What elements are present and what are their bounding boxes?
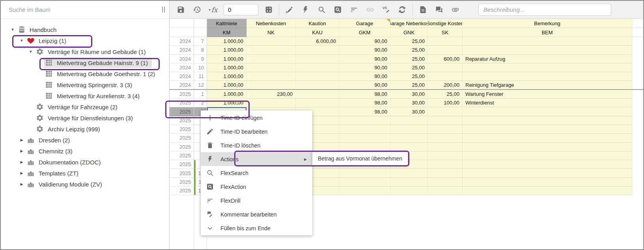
tree-item-mietvertrag-f-r-aurelienstr-3-4[interactable]: Mietvertrag für Aurelienstr. 3 (4) — [1, 90, 169, 101]
attachment-button[interactable] — [447, 2, 463, 18]
cell-gnk[interactable]: 25,00 — [390, 81, 428, 90]
cell-gnk[interactable] — [390, 187, 428, 195]
cell-gnk[interactable] — [390, 125, 428, 134]
column-header-gkm[interactable]: Garage — [339, 19, 390, 28]
cell-sk[interactable] — [428, 134, 463, 142]
menu-item-time-id-l-schen[interactable]: Time-ID löschen — [201, 138, 312, 152]
cell-sk[interactable] — [428, 63, 463, 72]
calculator-button[interactable] — [261, 2, 277, 18]
cell-km[interactable]: 1.000,00 — [207, 37, 246, 46]
row-header-year[interactable]: 2024 — [170, 72, 194, 81]
row-header-month[interactable]: 8 — [194, 46, 207, 54]
column-header-sk[interactable]: Sonstige Kosten — [428, 19, 463, 28]
column-header-kau[interactable]: Kaution — [296, 19, 339, 28]
cell-bem[interactable] — [463, 37, 632, 46]
row-header-month[interactable]: 10 — [194, 63, 207, 72]
cell-gkm[interactable] — [339, 178, 390, 187]
menu-item-time-id-einf-gen[interactable]: Time-ID einfügen — [201, 111, 312, 125]
cell-gnk[interactable]: 25,00 — [390, 55, 428, 63]
cell-gkm[interactable]: 98,00 — [339, 107, 390, 116]
row-header-month[interactable]: 11 — [194, 72, 207, 81]
tree-item-dokumentation-zdoc[interactable]: ▶Dokumentation (ZDOC) — [1, 157, 169, 168]
row-header-month[interactable]: 1 — [194, 90, 207, 99]
cell-bem[interactable] — [463, 178, 632, 187]
cell-nk[interactable] — [246, 72, 296, 81]
row-header-year[interactable]: 2025 — [170, 187, 194, 195]
cell-sk[interactable] — [428, 151, 463, 160]
cell-gnk[interactable] — [390, 134, 428, 142]
cell-gkm[interactable] — [339, 143, 390, 151]
description-input[interactable] — [478, 4, 611, 16]
cell-nk[interactable] — [246, 81, 296, 90]
cell-kau[interactable]: 6.000,00 — [296, 37, 339, 46]
tree-item-body[interactable]: Mietvertrag für Aurelienstr. 3 (4) — [44, 91, 144, 101]
tree-item-templates-zt[interactable]: ▶Templates (ZT) — [1, 168, 169, 179]
cell-gkm[interactable] — [339, 134, 390, 142]
column-header-kau[interactable]: KAU — [296, 28, 339, 37]
cell-gnk[interactable]: 25,00 — [390, 46, 428, 54]
cell-gkm[interactable]: 90,00 — [339, 55, 390, 63]
cell-bem[interactable] — [463, 116, 632, 125]
row-header-year[interactable]: 2025 — [170, 125, 194, 134]
panel-splitter-handle[interactable] — [162, 7, 165, 13]
tree-item-mietvertrag-springerstr-3-3[interactable]: Mietvertrag Springerstr. 3 (3) — [1, 79, 169, 90]
cell-sk[interactable] — [428, 143, 463, 151]
cell-bem[interactable] — [463, 125, 632, 134]
cell-sk[interactable] — [428, 178, 463, 187]
cell-kau[interactable] — [296, 55, 339, 63]
row-header-year[interactable]: 2025 — [170, 116, 194, 125]
tree-item-body[interactable]: Dokumentation (ZDOC) — [26, 157, 105, 167]
cell-gkm[interactable] — [339, 169, 390, 177]
cell-nk[interactable] — [246, 46, 296, 54]
row-header-year[interactable]: 2025 — [170, 99, 194, 107]
cell-kau[interactable] — [296, 90, 339, 99]
cell-gkm[interactable]: 90,00 — [339, 46, 390, 54]
row-header-month[interactable]: 2 — [194, 99, 207, 107]
row-header-year[interactable]: 2024 — [170, 37, 194, 46]
cell-gnk[interactable] — [390, 178, 428, 187]
row-header-year[interactable]: 2024 — [170, 46, 194, 54]
context-submenu-item[interactable]: Betrag aus Vormonat übernehmen — [312, 152, 408, 165]
tree-item-body[interactable]: Dresden (2) — [26, 135, 74, 145]
cell-bem[interactable] — [463, 143, 632, 151]
cell-sk[interactable] — [428, 187, 463, 195]
cell-bem[interactable] — [463, 107, 632, 116]
cell-gnk[interactable] — [390, 143, 428, 151]
row-header-year[interactable]: 2025 — [170, 151, 194, 160]
formula-dropdown-button[interactable]: ▾fx — [205, 2, 221, 18]
row-header-year[interactable]: 2025 — [170, 169, 194, 177]
flex-drill-button[interactable] — [346, 2, 362, 18]
cell-gnk[interactable] — [390, 169, 428, 177]
cell-gkm[interactable]: 90,00 — [339, 37, 390, 46]
cell-km[interactable]: 1.000,00 — [207, 72, 246, 81]
row-header-year[interactable]: 2025 — [170, 143, 194, 151]
cell-kau[interactable] — [296, 81, 339, 90]
cell-bem[interactable] — [463, 160, 632, 169]
cell-bem[interactable] — [463, 151, 632, 160]
cell-bem[interactable] — [463, 187, 632, 195]
tree-item-validierung-module-zv[interactable]: ▶Validierung Module (ZV) — [1, 179, 169, 190]
row-header-month[interactable]: 9 — [194, 55, 207, 63]
tree-item-vertr-ge-f-r-fahrzeuge-2[interactable]: Verträge für Fahrzeuge (2) — [1, 101, 169, 112]
tree-item-body[interactable]: Verträge für Fahrzeuge (2) — [35, 102, 121, 112]
tree-item-body[interactable]: Archiv Leipzig (999) — [35, 124, 104, 134]
cell-kau[interactable] — [296, 72, 339, 81]
cell-nk[interactable] — [246, 99, 296, 107]
tree-item-chemnitz-3[interactable]: ▶Chemnitz (3) — [1, 146, 169, 157]
cell-bem[interactable]: Reparatur Aufzug — [463, 55, 632, 63]
link-button[interactable] — [362, 2, 378, 18]
tree-item-body[interactable]: Chemnitz (3) — [26, 146, 77, 156]
cell-gnk[interactable] — [390, 116, 428, 125]
cell-sk[interactable]: 600,00 — [428, 55, 463, 63]
menu-item-flexaction[interactable]: FlexAction — [201, 180, 312, 194]
column-header-gkm[interactable]: GKM — [339, 28, 390, 37]
cell-bem[interactable] — [463, 134, 632, 142]
cell-gnk[interactable]: 25,00 — [390, 37, 428, 46]
history-button[interactable] — [189, 2, 205, 18]
column-header-sk[interactable]: SK — [428, 28, 463, 37]
cell-km[interactable]: 1.000,00 — [207, 81, 246, 90]
menu-item-flexdrill[interactable]: FlexDrill — [201, 194, 312, 207]
column-header-km[interactable]: Kaltmiete — [207, 19, 246, 28]
tree-item-vertr-ge-f-r-dienstleistungen-3[interactable]: Verträge für Dienstleistungen (3) — [1, 112, 169, 123]
tree-item-body[interactable]: Mietvertrag Gebäude Goethestr. 1 (2) — [44, 69, 159, 79]
